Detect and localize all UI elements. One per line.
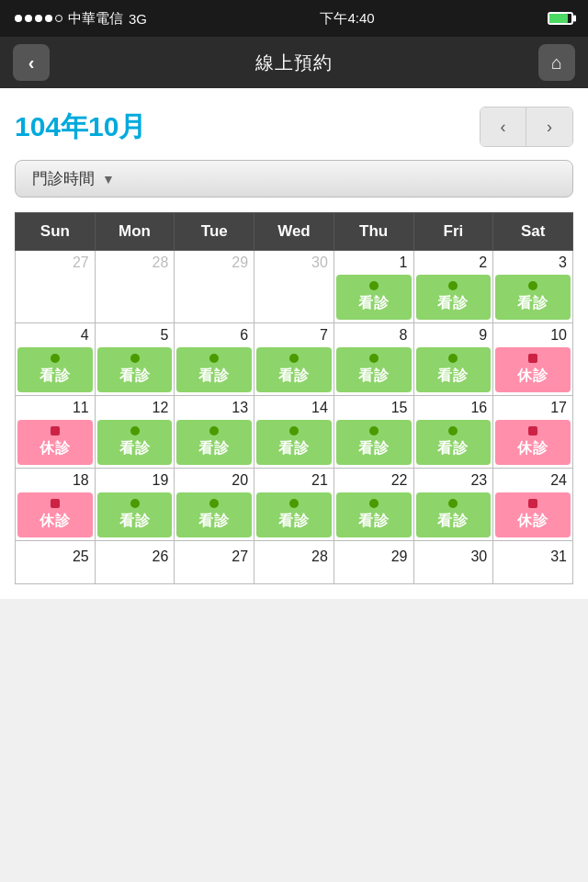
calendar-cell-1-5[interactable]: 9看診 — [413, 323, 493, 396]
calendar-cell-1-0[interactable]: 4看診 — [16, 323, 96, 396]
calendar-cell-2-1[interactable]: 12看診 — [95, 396, 175, 469]
badge-dot-2-5 — [448, 426, 458, 435]
day-number-1-2: 6 — [175, 323, 254, 345]
day-badge-2-3[interactable]: 看診 — [256, 420, 332, 465]
badge-text-0-4: 看診 — [358, 294, 390, 313]
day-badge-2-6[interactable]: 休診 — [495, 420, 571, 465]
back-button[interactable]: ‹ — [13, 44, 50, 81]
month-title: 104年10月 — [15, 108, 146, 146]
day-number-4-3: 28 — [254, 541, 334, 569]
day-number-2-5: 16 — [414, 396, 493, 418]
day-badge-1-2[interactable]: 看診 — [176, 347, 252, 392]
day-badge-2-2[interactable]: 看診 — [176, 420, 252, 465]
calendar-cell-3-3[interactable]: 21看診 — [254, 469, 334, 541]
day-number-3-5: 23 — [414, 469, 493, 491]
calendar-cell-1-4[interactable]: 8看診 — [334, 323, 413, 396]
badge-dot-2-1 — [130, 426, 140, 435]
calendar-cell-2-3[interactable]: 14看診 — [254, 396, 334, 469]
badge-text-1-6: 休診 — [517, 367, 548, 386]
day-badge-3-0[interactable]: 休診 — [17, 492, 93, 537]
day-badge-2-4[interactable]: 看診 — [336, 420, 412, 465]
day-badge-1-6[interactable]: 休診 — [495, 347, 571, 392]
day-cell-3-0: 18休診 — [16, 469, 95, 540]
day-number-1-6: 10 — [493, 323, 572, 345]
day-number-1-4: 8 — [334, 323, 413, 345]
day-badge-3-3[interactable]: 看診 — [256, 492, 332, 537]
day-cell-2-3: 14看診 — [254, 396, 334, 468]
header-thu: Thu — [334, 213, 413, 251]
day-badge-1-1[interactable]: 看診 — [97, 347, 173, 392]
day-number-0-6: 3 — [493, 251, 572, 273]
day-number-0-5: 2 — [414, 251, 493, 273]
day-badge-2-5[interactable]: 看診 — [416, 420, 492, 465]
calendar-cell-3-6[interactable]: 24休診 — [493, 469, 573, 541]
network-label: 3G — [129, 11, 147, 27]
day-badge-3-5[interactable]: 看診 — [416, 492, 492, 537]
calendar-cell-3-5[interactable]: 23看診 — [413, 469, 493, 541]
next-month-button[interactable]: › — [526, 107, 572, 146]
day-cell-3-2: 20看診 — [175, 469, 254, 540]
calendar-cell-3-4[interactable]: 22看診 — [334, 469, 413, 541]
dot3 — [35, 15, 42, 22]
day-cell-0-3: 30 — [254, 251, 334, 322]
home-button[interactable]: ⌂ — [538, 44, 575, 81]
day-cell-0-1: 28 — [96, 251, 175, 322]
day-badge-1-0[interactable]: 看診 — [17, 347, 93, 392]
day-badge-3-4[interactable]: 看診 — [336, 492, 412, 537]
badge-square-2-6 — [528, 426, 537, 435]
calendar-cell-2-0[interactable]: 11休診 — [16, 396, 96, 469]
day-badge-0-5[interactable]: 看診 — [416, 275, 492, 320]
main-content: 104年10月 ‹ › 門診時間 ▼ Sun Mon Tue Wed Thu F… — [0, 88, 588, 599]
day-badge-1-4[interactable]: 看診 — [336, 347, 412, 392]
day-number-2-0: 11 — [16, 396, 95, 418]
calendar-cell-2-4[interactable]: 15看診 — [334, 396, 413, 469]
day-badge-3-1[interactable]: 看診 — [97, 492, 173, 537]
badge-text-1-1: 看診 — [119, 367, 151, 386]
day-badge-3-2[interactable]: 看診 — [176, 492, 252, 537]
day-badge-1-3[interactable]: 看診 — [256, 347, 332, 392]
day-badge-2-0[interactable]: 休診 — [17, 420, 93, 465]
calendar-cell-0-6[interactable]: 3看診 — [493, 251, 573, 323]
calendar-cell-1-6[interactable]: 10休診 — [493, 323, 573, 396]
day-number-0-1: 28 — [96, 251, 175, 273]
badge-text-2-0: 休診 — [40, 439, 71, 458]
header-mon: Mon — [95, 213, 175, 251]
month-nav: ‹ › — [480, 107, 573, 147]
calendar-cell-1-1[interactable]: 5看診 — [95, 323, 175, 396]
day-number-3-1: 19 — [96, 469, 175, 491]
calendar-cell-2-6[interactable]: 17休診 — [493, 396, 573, 469]
day-number-1-0: 4 — [16, 323, 95, 345]
calendar-cell-3-1[interactable]: 19看診 — [95, 469, 175, 541]
day-badge-0-6[interactable]: 看診 — [495, 275, 571, 320]
clinic-time-dropdown[interactable]: 門診時間 ▼ — [15, 160, 573, 198]
dot1 — [15, 15, 22, 22]
calendar-cell-4-5: 30 — [413, 541, 493, 584]
calendar-cell-3-2[interactable]: 20看診 — [175, 469, 254, 541]
day-cell-3-3: 21看診 — [254, 469, 334, 540]
badge-dot-1-5 — [448, 354, 458, 363]
calendar-cell-0-5[interactable]: 2看診 — [413, 251, 493, 323]
calendar-cell-1-2[interactable]: 6看診 — [175, 323, 254, 396]
day-badge-3-6[interactable]: 休診 — [495, 492, 571, 537]
calendar-cell-2-2[interactable]: 13看診 — [175, 396, 254, 469]
header-tue: Tue — [175, 213, 254, 251]
calendar-cell-2-5[interactable]: 16看診 — [413, 396, 493, 469]
header-sat: Sat — [493, 213, 573, 251]
badge-dot-1-0 — [51, 354, 60, 363]
badge-dot-1-2 — [209, 354, 219, 363]
badge-dot-0-5 — [448, 281, 458, 290]
badge-text-3-6: 休診 — [517, 512, 548, 531]
day-badge-2-1[interactable]: 看診 — [97, 420, 173, 465]
calendar-cell-3-0[interactable]: 18休診 — [16, 469, 96, 541]
header-wed: Wed — [254, 213, 334, 251]
day-badge-1-5[interactable]: 看診 — [416, 347, 492, 392]
day-cell-2-4: 15看診 — [334, 396, 413, 468]
prev-month-button[interactable]: ‹ — [481, 107, 526, 146]
dot5 — [55, 15, 62, 22]
day-badge-0-4[interactable]: 看診 — [336, 275, 412, 320]
calendar-cell-1-3[interactable]: 7看診 — [254, 323, 334, 396]
badge-text-2-1: 看診 — [119, 439, 151, 458]
calendar-cell-0-2: 29 — [175, 251, 254, 323]
weekday-header-row: Sun Mon Tue Wed Thu Fri Sat — [16, 213, 573, 251]
calendar-cell-0-4[interactable]: 1看診 — [334, 251, 413, 323]
